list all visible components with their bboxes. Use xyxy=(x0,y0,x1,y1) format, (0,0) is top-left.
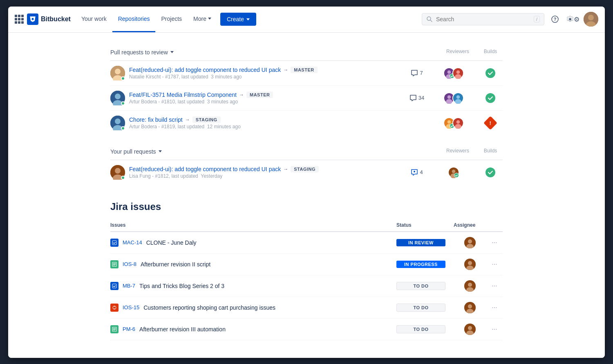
create-button[interactable]: Create xyxy=(220,13,256,26)
nav-more[interactable]: More xyxy=(188,7,217,33)
svg-point-43 xyxy=(468,239,472,243)
pr-info: Chore: fix build script → STAGING Artur … xyxy=(129,116,400,130)
your-pull-requests-header[interactable]: Your pull requests xyxy=(110,143,437,158)
jira-row: MAC-14 CLONE - June Daly IN REVIEW ··· xyxy=(110,232,503,254)
jira-issue-title[interactable]: Customers reporting shoping cart purchas… xyxy=(143,304,275,311)
pr-author-avatar xyxy=(110,66,125,80)
svg-point-32 xyxy=(456,120,460,124)
online-status-dot xyxy=(121,101,125,105)
pr-title[interactable]: Feat(reduced-ui): add toggle component t… xyxy=(129,67,400,73)
pr-comments: 34 xyxy=(405,94,429,102)
jira-issue-id[interactable]: MB-7 xyxy=(123,283,135,289)
jira-issue-id[interactable]: PM-6 xyxy=(123,326,135,332)
search-box[interactable]: / xyxy=(422,13,544,25)
pr-row: Feat(reduced-ui): add toggle component t… xyxy=(110,160,503,185)
jira-col-issues-label: Issues xyxy=(110,222,396,228)
jira-assignee-cell xyxy=(454,324,486,335)
jira-issue-id[interactable]: IOS-8 xyxy=(123,261,136,267)
help-button[interactable]: ? xyxy=(548,12,562,27)
assignee-avatar xyxy=(464,237,476,248)
pr-row: Feat/FIL-3571 Media Filmstrip Component … xyxy=(110,86,503,111)
svg-point-46 xyxy=(468,261,472,265)
jira-assignee-cell xyxy=(454,237,486,248)
search-input[interactable] xyxy=(436,16,530,22)
col-reviewers-label: Reviewers xyxy=(437,49,478,54)
jira-status-cell: TO DO xyxy=(396,282,454,290)
pr-meta: Artur Bodera - #1810, last updated 3 min… xyxy=(129,99,400,105)
reviewer-avatar xyxy=(452,117,464,129)
bitbucket-logo[interactable]: Bitbucket xyxy=(27,13,71,25)
pull-requests-to-review-section: Pull requests to review Reviewers Builds xyxy=(110,42,503,135)
pr-builds xyxy=(478,93,503,103)
svg-point-37 xyxy=(414,171,415,172)
svg-point-5 xyxy=(588,15,594,20)
pr-meta: Lisa Fung - #1812, last updated Yesterda… xyxy=(129,173,400,179)
jira-table-header: Issues Status Assignee xyxy=(110,219,503,232)
settings-button[interactable]: ⚙ xyxy=(566,12,580,27)
jira-story-icon xyxy=(110,325,119,333)
pr-info: Feat(reduced-ui): add toggle component t… xyxy=(129,166,400,179)
chevron-down-icon xyxy=(246,18,250,20)
pr-meta: Artur Bodera - #1819, last updated 12 mi… xyxy=(129,124,400,130)
nav-your-work[interactable]: Your work xyxy=(76,7,112,33)
grid-menu-icon[interactable] xyxy=(15,15,24,24)
jira-more-button[interactable]: ··· xyxy=(486,261,503,268)
svg-point-23 xyxy=(456,95,460,99)
jira-issue-cell: MB-7 Tips and Tricks Blog Series 2 of 3 xyxy=(110,282,396,290)
assignee-avatar xyxy=(464,324,476,335)
nav-logo-area: Bitbucket xyxy=(15,13,71,25)
pr-builds: ! xyxy=(478,118,503,128)
svg-point-50 xyxy=(468,283,472,287)
nav-repositories[interactable]: Repositories xyxy=(112,7,156,33)
chevron-down-icon xyxy=(208,18,211,20)
jira-more-button[interactable]: ··· xyxy=(486,239,503,246)
jira-col-assignee-label: Assignee xyxy=(454,222,486,228)
collapse-icon xyxy=(159,150,162,152)
pr-title[interactable]: Feat/FIL-3571 Media Filmstrip Component … xyxy=(129,92,400,98)
build-fail-icon: ! xyxy=(483,116,497,130)
pr-reviewers xyxy=(433,167,474,178)
jira-issue-title[interactable]: Tips and Tricks Blog Series 2 of 3 xyxy=(139,283,224,289)
pr-title[interactable]: Feat(reduced-ui): add toggle component t… xyxy=(129,166,400,172)
jira-status-cell: IN PROGRESS xyxy=(396,261,454,268)
jira-issue-cell: PM-6 Afterburner revision III automation xyxy=(110,325,396,333)
jira-table: Issues Status Assignee MAC-14 CLONE - Ju… xyxy=(110,219,503,340)
pr-row: Feat(reduced-ui): add toggle component t… xyxy=(110,61,503,86)
jira-status-cell: IN REVIEW xyxy=(396,239,454,246)
pr-row: Chore: fix build script → STAGING Artur … xyxy=(110,111,503,135)
pr-reviewers xyxy=(433,92,474,104)
search-shortcut: / xyxy=(534,16,540,22)
user-avatar[interactable] xyxy=(584,12,598,27)
jira-more-button[interactable]: ··· xyxy=(486,282,503,290)
svg-line-1 xyxy=(430,20,432,22)
online-status-dot xyxy=(121,176,125,180)
logo-text: Bitbucket xyxy=(41,16,71,23)
jira-issue-title[interactable]: Afterburner revision III automation xyxy=(139,326,226,333)
branch-badge: STAGING xyxy=(291,166,319,172)
jira-more-button[interactable]: ··· xyxy=(486,304,503,311)
jira-more-button[interactable]: ··· xyxy=(486,326,503,333)
nav-projects[interactable]: Projects xyxy=(155,7,188,33)
status-badge: TO DO xyxy=(396,282,445,290)
pr-title[interactable]: Chore: fix build script → STAGING xyxy=(129,116,400,123)
assignee-avatar xyxy=(464,302,476,313)
jira-issue-title[interactable]: Afterburner revision II script xyxy=(141,261,210,268)
col-builds-label: Builds xyxy=(478,49,503,54)
svg-point-29 xyxy=(447,120,451,124)
jira-issue-cell: MAC-14 CLONE - June Daly xyxy=(110,239,396,247)
pr-comments: 4 xyxy=(405,169,429,176)
jira-issue-title[interactable]: CLONE - June Daly xyxy=(146,239,197,246)
jira-issue-id[interactable]: MAC-14 xyxy=(123,239,142,246)
svg-point-20 xyxy=(447,95,451,99)
branch-badge: MASTER xyxy=(291,67,317,73)
pr-info: Feat/FIL-3571 Media Filmstrip Component … xyxy=(129,92,400,105)
svg-point-17 xyxy=(115,94,121,99)
pull-requests-to-review-header[interactable]: Pull requests to review xyxy=(110,44,437,59)
col-reviewers-label-2: Reviewers xyxy=(437,148,478,154)
bitbucket-icon xyxy=(27,13,38,25)
jira-issue-id[interactable]: IOS-15 xyxy=(123,304,139,310)
pr-meta: Natalie Kirscht - #1787, last updated 3 … xyxy=(129,74,400,80)
svg-point-26 xyxy=(115,118,121,124)
svg-text:?: ? xyxy=(554,17,557,22)
svg-point-39 xyxy=(452,170,456,173)
